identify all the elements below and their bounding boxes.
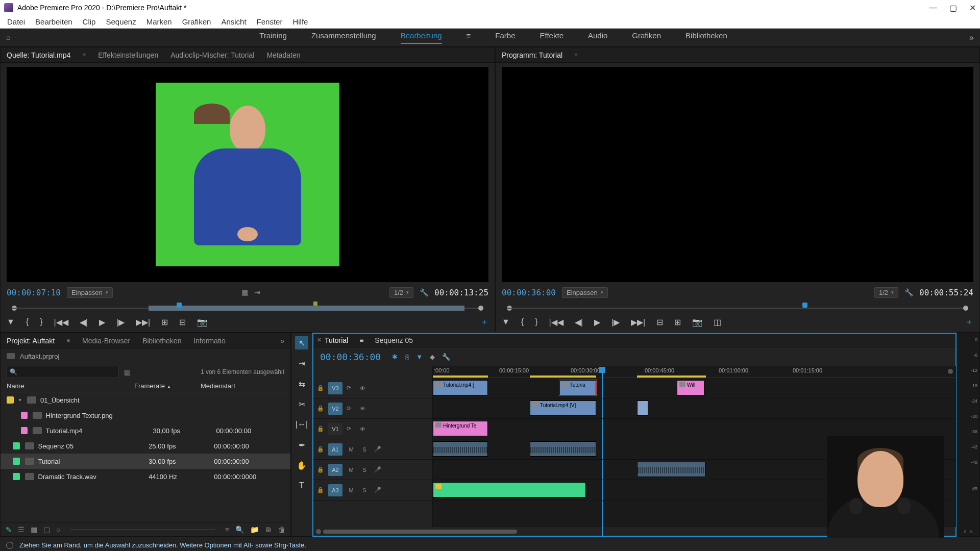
filter-icon[interactable]: ▦ [124,368,131,376]
drag-audio-icon[interactable]: ⇥ [254,288,260,296]
project-search-input[interactable] [7,366,119,378]
button-editor-add-icon[interactable]: ＋ [480,317,488,328]
program-wrench-icon[interactable]: 🔧 [904,288,913,296]
menu-bearbeiten[interactable]: Bearbeiten [30,17,78,26]
track-select-tool[interactable]: ⇥ [295,357,308,370]
menu-grafiken[interactable]: Grafiken [177,17,216,26]
p-extract-icon[interactable]: ⊞ [674,317,681,327]
add-marker-icon[interactable]: ▼ [7,317,15,327]
step-fwd-icon[interactable]: |▶ [116,317,125,327]
tl-scroll-top-knob[interactable] [948,369,953,374]
close-sequence-icon[interactable]: ✕ [317,337,322,343]
bin-row[interactable]: ▾ 01_Übersicht [1,392,290,408]
source-fit-dropdown[interactable]: Einpassen [67,287,113,298]
add-marker-tl-icon[interactable]: ▼ [416,353,423,361]
go-to-out-icon[interactable]: ▶▶| [136,317,150,327]
program-viewer[interactable] [502,67,973,282]
project-overflow-icon[interactable]: » [280,337,284,345]
tab-project[interactable]: Projekt: Auftakt [7,337,55,345]
automate-icon[interactable]: ≡ [225,525,229,534]
track-v2[interactable]: 🔒V2⟳👁 [313,398,432,419]
mark-in-icon[interactable]: { [26,317,29,327]
seq-tab-sequenz05[interactable]: Sequenz 05 [375,336,413,344]
list-view-icon[interactable]: ☰ [18,525,24,534]
track-a2[interactable]: 🔒A2MS🎤 [313,460,432,480]
menu-fenster[interactable]: Fenster [252,17,288,26]
insert-icon[interactable]: ⊞ [161,317,168,327]
minimize-button[interactable]: — [929,3,937,13]
list-item[interactable]: Tutorial.mp4 30,00 fps 00:00:00:00 [1,423,290,438]
playhead[interactable] [599,367,605,373]
program-scrubber[interactable] [507,302,968,313]
menu-datei[interactable]: Datei [2,17,30,26]
program-tc-current[interactable]: 00:00:36:00 [502,288,556,297]
seq-tab-menu-icon[interactable]: ≡ [359,336,363,344]
go-to-in-icon[interactable]: |◀◀ [54,317,68,327]
ws-bibliotheken[interactable]: Bibliotheken [685,31,727,44]
hand-tool[interactable]: ✋ [295,459,308,472]
tl-wrench-icon[interactable]: 🔧 [442,353,450,361]
sort-icon[interactable]: ○ [56,525,60,534]
clip-v2-b[interactable] [637,400,648,416]
tab-mediabrowser[interactable]: Media-Browser [82,337,130,345]
play-button[interactable]: ▶ [99,317,105,327]
linked-sel-icon[interactable]: ⎘ [405,353,409,361]
program-fit-dropdown[interactable]: Einpassen [562,287,608,298]
tab-program[interactable]: Programm: Tutorial [502,51,562,59]
clip-v3-a[interactable]: Tutorial.mp4 [ [433,380,488,395]
ws-grafiken[interactable]: Grafiken [632,31,661,44]
ws-effekte[interactable]: Effekte [540,31,564,44]
source-zoom-dropdown[interactable]: 1/2 [389,287,413,298]
clip-a1-a[interactable] [433,441,488,457]
tab-metadaten[interactable]: Metadaten [266,51,300,59]
source-tc-current[interactable]: 00:00:07:10 [7,288,61,297]
project-tab-menu-icon[interactable]: ≡ [67,338,70,343]
close-button[interactable]: ✕ [969,3,976,13]
menu-sequenz[interactable]: Sequenz [101,17,141,26]
p-compare-icon[interactable]: ◫ [714,317,721,327]
p-go-to-in-icon[interactable]: |◀◀ [549,317,564,327]
timeline-tc[interactable]: 00:00:36:00 [313,352,388,362]
p-play-button[interactable]: ▶ [594,317,600,327]
p-add-marker-icon[interactable]: ▼ [502,317,510,327]
drag-video-icon[interactable]: ▦ [241,288,248,296]
ws-overflow-icon[interactable]: » [969,33,974,42]
find-icon[interactable]: 🔍 [235,525,244,534]
source-scrubber[interactable] [12,302,483,313]
ws-active-menu-icon[interactable]: ≡ [467,31,471,44]
project-column-header[interactable]: Name Framerate ▲ Medienstart [1,380,290,392]
source-wrench-icon[interactable]: 🔧 [420,288,428,296]
maximize-button[interactable]: ▢ [949,3,957,13]
menu-hilfe[interactable]: Hilfe [287,17,313,26]
tab-audioclipmischer[interactable]: Audioclip-Mischer: Tutorial [170,51,254,59]
clip-a3-music[interactable] [433,482,586,497]
tab-bibliotheken[interactable]: Bibliotheken [142,337,181,345]
p-lift-icon[interactable]: ⊟ [656,317,663,327]
snap-icon[interactable]: ✱ [392,353,398,361]
col-name[interactable]: Name [7,382,134,390]
ws-bearbeitung[interactable]: Bearbeitung [401,31,442,44]
source-tab-menu-icon[interactable]: ≡ [83,52,86,58]
new-item-icon[interactable]: 🗎 [265,525,272,534]
type-tool[interactable]: T [295,479,308,492]
seq-tab-tutorial[interactable]: Tutorial [325,336,348,344]
ws-audio[interactable]: Audio [588,31,607,44]
ws-training[interactable]: Training [259,31,287,44]
track-v3[interactable]: 🔒V3⟳👁 [313,378,432,398]
p-step-fwd-icon[interactable]: |▶ [611,317,620,327]
list-item[interactable]: Tutorial 30,00 fps 00:00:00:00 [1,454,290,469]
export-frame-icon[interactable]: 📷 [197,317,207,327]
source-viewer[interactable] [7,67,488,282]
clip-v3-c[interactable]: Will [677,380,704,395]
out-point-marker[interactable] [313,302,317,306]
selection-tool[interactable]: ↖ [295,336,308,349]
clip-v1-a[interactable]: Hintergrund Te [433,421,488,436]
track-v1[interactable]: 🔒V1⟳👁 [313,419,432,439]
timeline-ruler[interactable]: :00:00 00:00:15:00 00:00:30:00 00:00:45:… [433,366,956,378]
pen-tool[interactable]: ✒ [295,438,308,452]
clip-a1-b[interactable] [530,441,596,457]
p-mark-in-icon[interactable]: { [521,317,524,327]
icon-view-icon[interactable]: ▦ [31,525,37,534]
zoom-slider[interactable] [70,529,214,530]
ripple-edit-tool[interactable]: ⇆ [295,377,308,390]
